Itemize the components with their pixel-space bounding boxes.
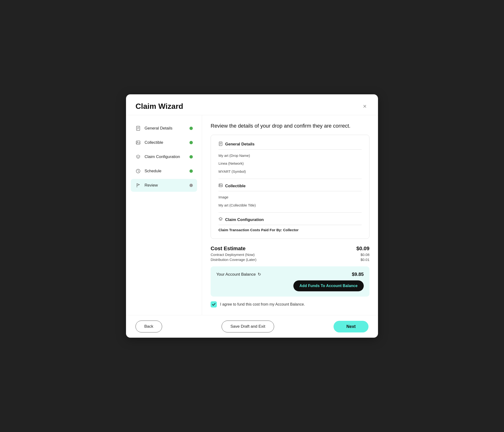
- svg-marker-6: [136, 155, 140, 157]
- sidebar: General Details Collectible: [126, 115, 202, 315]
- drop-name-field: My art (Drop Name): [218, 153, 362, 159]
- cost-line-deployment-value: $0.08: [360, 253, 369, 257]
- cost-line-distribution-value: $0.01: [360, 258, 369, 262]
- network-field: Linea (Network): [218, 160, 362, 167]
- sidebar-status-collectible: [189, 141, 193, 144]
- cost-estimate-section: Cost Estimate $0.09 Contract Deployment …: [211, 246, 369, 262]
- account-balance-amount: $9.85: [352, 272, 364, 277]
- cost-estimate-total: $0.09: [356, 246, 369, 252]
- sidebar-status-claim-configuration: [189, 155, 193, 159]
- svg-point-5: [137, 142, 138, 142]
- cost-line-deployment: Contract Deployment (Now) $0.08: [211, 253, 369, 257]
- svg-rect-4: [136, 141, 140, 144]
- main-content: Review the details of your drop and conf…: [202, 115, 378, 315]
- general-details-section-header: General Details: [218, 142, 362, 150]
- account-balance-label: Your Account Balance ↻: [216, 272, 261, 277]
- sidebar-item-review[interactable]: Review: [131, 179, 197, 192]
- svg-marker-15: [219, 217, 222, 220]
- sidebar-status-review: [189, 184, 193, 187]
- clock-icon: [135, 168, 141, 174]
- sidebar-label-review: Review: [144, 183, 186, 188]
- sidebar-label-collectible: Collectible: [144, 140, 186, 145]
- cost-line-distribution: Distribution Coverage (Later) $0.01: [211, 258, 369, 262]
- sidebar-status-general-details: [189, 127, 193, 130]
- image-icon: [135, 140, 141, 146]
- collectible-section-header: Collectible: [218, 183, 362, 191]
- section-divider-2: [218, 212, 362, 213]
- claim-paid-by: Claim Transaction Costs Paid For By: Col…: [218, 228, 362, 232]
- svg-point-14: [220, 185, 220, 185]
- document-icon: [135, 125, 141, 132]
- review-heading: Review the details of your drop and conf…: [211, 123, 369, 129]
- section-divider-1: [218, 179, 362, 179]
- claim-configuration-section-header: Claim Configuration: [218, 217, 362, 225]
- review-card: General Details My art (Drop Name) Linea…: [211, 135, 369, 239]
- layers-icon: [135, 154, 141, 160]
- sidebar-label-schedule: Schedule: [144, 169, 186, 174]
- sidebar-item-general-details[interactable]: General Details: [131, 122, 197, 135]
- close-button[interactable]: ×: [361, 102, 369, 110]
- agree-row: I agree to fund this cost from my Accoun…: [211, 301, 369, 308]
- add-funds-button[interactable]: Add Funds To Account Balance: [293, 280, 364, 291]
- cost-line-distribution-label: Distribution Coverage (Later): [211, 258, 257, 262]
- svg-rect-13: [219, 184, 222, 187]
- next-button[interactable]: Next: [333, 321, 369, 332]
- save-draft-button[interactable]: Save Draft and Exit: [222, 321, 274, 332]
- claim-wizard-modal: Claim Wizard × General Details: [126, 94, 378, 338]
- back-button[interactable]: Back: [135, 321, 162, 332]
- account-balance-box: Your Account Balance ↻ $9.85 Add Funds T…: [211, 266, 369, 297]
- claim-config-icon: [218, 217, 223, 222]
- modal-title: Claim Wizard: [135, 102, 183, 111]
- claim-config-title: Claim Configuration: [225, 217, 264, 222]
- flag-icon: [135, 182, 141, 188]
- image-field: Image: [218, 194, 362, 200]
- collectible-title-field: My art (Collectible Title): [218, 202, 362, 208]
- agree-checkbox[interactable]: [211, 301, 217, 308]
- general-details-icon: [218, 142, 223, 147]
- balance-row: Your Account Balance ↻ $9.85: [216, 272, 364, 277]
- sidebar-status-schedule: [189, 169, 193, 173]
- modal-header: Claim Wizard ×: [126, 94, 378, 115]
- sidebar-item-collectible[interactable]: Collectible: [131, 136, 197, 149]
- general-details-title: General Details: [225, 142, 255, 147]
- sidebar-label-claim-configuration: Claim Configuration: [144, 154, 186, 159]
- collectible-icon: [218, 183, 223, 189]
- sidebar-label-general-details: General Details: [144, 126, 186, 131]
- cost-line-deployment-label: Contract Deployment (Now): [211, 253, 255, 257]
- modal-footer: Back Save Draft and Exit Next: [126, 315, 378, 338]
- sidebar-item-schedule[interactable]: Schedule: [131, 165, 197, 177]
- sidebar-item-claim-configuration[interactable]: Claim Configuration: [131, 150, 197, 163]
- cost-estimate-title: Cost Estimate: [211, 246, 246, 252]
- symbol-field: MYART (Symbol): [218, 168, 362, 175]
- cost-estimate-total-row: Cost Estimate $0.09: [211, 246, 369, 252]
- refresh-icon[interactable]: ↻: [258, 272, 261, 277]
- agree-text: I agree to fund this cost from my Accoun…: [220, 302, 305, 307]
- collectible-title: Collectible: [225, 184, 246, 188]
- modal-body: General Details Collectible: [126, 115, 378, 315]
